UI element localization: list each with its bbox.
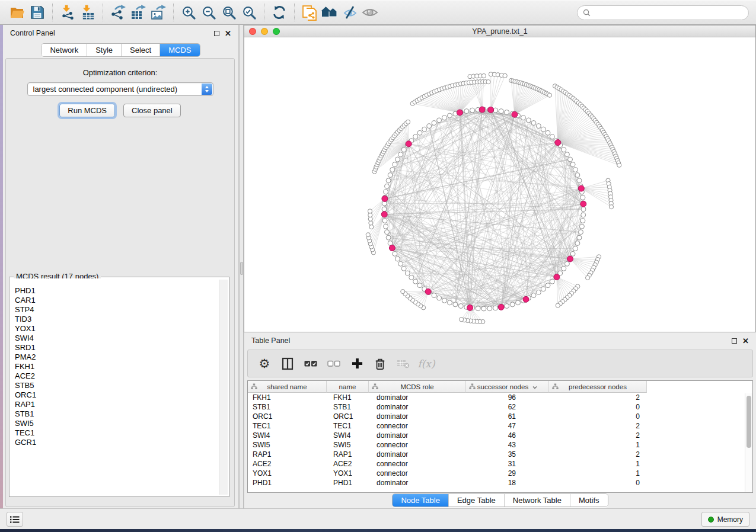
settings-gear-icon[interactable]: ⚙	[257, 357, 272, 371]
import-network-icon[interactable]	[58, 4, 78, 21]
select-all-columns-icon[interactable]	[304, 357, 318, 371]
network-window-titlebar[interactable]: YPA_prune.txt_1	[244, 25, 755, 37]
network-node[interactable]	[460, 318, 464, 322]
network-hub-node[interactable]	[457, 110, 462, 116]
table-row[interactable]: ORC1ORC1dominator610	[248, 412, 752, 421]
network-node[interactable]	[395, 157, 400, 162]
network-node[interactable]	[453, 302, 458, 307]
network-node[interactable]	[564, 261, 569, 266]
network-node[interactable]	[609, 205, 613, 209]
table-tab-motifs[interactable]: Motifs	[570, 494, 608, 507]
mcds-result-item[interactable]: CAR1	[15, 296, 218, 305]
network-hub-node[interactable]	[406, 141, 412, 147]
show-panels-list-button[interactable]	[7, 512, 23, 527]
table-row[interactable]: SWI5SWI5connector431	[248, 440, 752, 450]
tab-network[interactable]: Network	[42, 44, 87, 56]
network-node[interactable]	[432, 121, 436, 126]
table-tab-node-table[interactable]: Node Table	[393, 494, 448, 507]
mcds-result-item[interactable]: ACE2	[15, 371, 218, 381]
zoom-selected-icon[interactable]	[239, 4, 259, 21]
split-pane-icon[interactable]	[280, 357, 295, 371]
mcds-result-list[interactable]: PHD1CAR1STP4TID3YOX1SWI4SRD1PMA2FKH1ACE2…	[11, 278, 218, 495]
network-hub-node[interactable]	[567, 256, 573, 262]
network-canvas[interactable]	[244, 37, 755, 332]
mcds-result-item[interactable]: TID3	[15, 315, 218, 324]
mcds-result-item[interactable]: GCR1	[15, 438, 218, 447]
network-node[interactable]	[503, 73, 507, 78]
table-cell[interactable]: ACE2	[248, 460, 327, 468]
close-icon[interactable]: ✕	[742, 337, 749, 345]
network-node[interactable]	[550, 279, 554, 284]
column-header-predecessor-nodes[interactable]: predecessor nodes	[549, 381, 647, 393]
float-window-icon[interactable]	[214, 31, 219, 36]
table-cell[interactable]: SWI5	[248, 441, 327, 449]
table-cell[interactable]: 2	[549, 431, 647, 440]
network-node[interactable]	[413, 134, 418, 139]
network-node[interactable]	[570, 251, 575, 256]
table-cell[interactable]: 35	[466, 450, 549, 459]
network-node[interactable]	[448, 113, 452, 118]
table-cell[interactable]: dominator	[369, 431, 466, 440]
network-node[interactable]	[564, 152, 569, 157]
mcds-result-item[interactable]: PMA2	[15, 352, 218, 362]
mcds-result-item[interactable]: SRD1	[15, 343, 218, 352]
mcds-result-item[interactable]: PHD1	[15, 286, 218, 296]
network-node[interactable]	[398, 261, 403, 266]
network-node[interactable]	[384, 190, 388, 194]
network-node[interactable]	[417, 130, 422, 135]
network-node[interactable]	[556, 303, 560, 307]
deselect-all-columns-icon[interactable]	[327, 357, 341, 371]
network-hub-node[interactable]	[498, 304, 504, 310]
network-node[interactable]	[388, 173, 393, 178]
tab-mcds[interactable]: MCDS	[160, 44, 199, 56]
table-cell[interactable]: STB1	[327, 403, 369, 411]
table-cell[interactable]: 1	[549, 441, 647, 449]
table-cell[interactable]: dominator	[369, 479, 466, 487]
network-hub-node[interactable]	[523, 296, 529, 302]
table-cell[interactable]: YOX1	[327, 469, 369, 477]
table-tab-network-table[interactable]: Network Table	[504, 494, 570, 507]
network-node[interactable]	[575, 173, 580, 178]
network-node[interactable]	[432, 293, 436, 298]
run-mcds-button[interactable]: Run MCDS	[59, 104, 115, 117]
add-column-icon[interactable]	[350, 357, 364, 371]
table-row[interactable]: ACE2ACE2connector311	[248, 459, 752, 469]
table-cell[interactable]: dominator	[369, 403, 466, 411]
network-node[interactable]	[427, 124, 432, 129]
column-header-MCDS-role[interactable]: MCDS role	[369, 381, 466, 393]
network-node[interactable]	[573, 168, 578, 172]
network-node[interactable]	[580, 219, 585, 223]
export-network-icon[interactable]	[108, 4, 128, 21]
column-header-name[interactable]: name	[327, 381, 369, 393]
table-cell[interactable]: PHD1	[327, 479, 369, 487]
minimize-window-icon[interactable]	[261, 28, 268, 35]
zoom-in-icon[interactable]	[178, 4, 199, 21]
table-cell[interactable]: dominator	[369, 450, 466, 459]
table-row[interactable]: FKH1FKH1dominator962	[248, 393, 752, 402]
mcds-result-item[interactable]: YOX1	[15, 324, 218, 334]
network-node[interactable]	[401, 290, 405, 294]
network-node[interactable]	[570, 162, 575, 167]
network-node[interactable]	[568, 157, 573, 162]
delete-column-trash-icon[interactable]	[373, 357, 387, 371]
network-hub-node[interactable]	[381, 211, 387, 217]
network-hub-node[interactable]	[580, 201, 586, 207]
export-table-icon[interactable]	[128, 4, 148, 21]
export-image-icon[interactable]	[148, 4, 168, 21]
network-node[interactable]	[486, 80, 490, 84]
network-node[interactable]	[505, 304, 509, 309]
network-node[interactable]	[413, 279, 418, 284]
table-scrollbar-thumb[interactable]	[747, 396, 751, 448]
network-hub-node[interactable]	[389, 245, 395, 251]
network-node[interactable]	[577, 178, 582, 183]
zoom-out-icon[interactable]	[199, 4, 219, 21]
network-node[interactable]	[526, 118, 531, 123]
search-field[interactable]	[594, 8, 748, 17]
network-node[interactable]	[437, 296, 442, 300]
network-node[interactable]	[531, 293, 536, 298]
network-node[interactable]	[448, 300, 452, 305]
table-cell[interactable]: 96	[466, 393, 549, 402]
table-cell[interactable]: ORC1	[248, 412, 327, 421]
table-cell[interactable]: PHD1	[248, 479, 327, 487]
network-hub-node[interactable]	[578, 185, 584, 191]
